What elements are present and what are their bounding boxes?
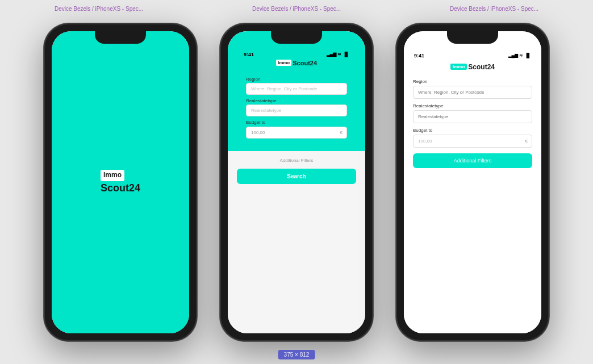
region-input-3[interactable] xyxy=(413,86,532,99)
logo-immo-2: Immo xyxy=(276,60,291,66)
realestate-label-3: Realestatetype xyxy=(413,103,532,108)
logo-scout24-2: Scout24 xyxy=(293,60,317,66)
watermark-right: Device Bezels / iPhoneXS - Spec... xyxy=(450,6,538,12)
realestate-input-2[interactable]: Realestatetype xyxy=(246,104,347,116)
realestate-input-3[interactable] xyxy=(413,110,532,123)
watermarks: Device Bezels / iPhoneXS - Spec... Devic… xyxy=(0,6,593,12)
teal-form-area: Region Where: Region, City or Postcode R… xyxy=(237,72,356,139)
budget-label-3: Budget to xyxy=(413,128,532,133)
budget-wrapper-3: € xyxy=(413,135,532,148)
search-button-2[interactable]: Search xyxy=(237,169,356,184)
region-input-2[interactable]: Where: Region, City or Postcode xyxy=(246,83,347,95)
clean-screen: 9:41 ▂▄▆ ≋ ▐▌ Immo Scout24 Region Reales… xyxy=(404,31,541,333)
phone-3-screen: 9:41 ▂▄▆ ≋ ▐▌ Immo Scout24 Region Reales… xyxy=(404,31,541,333)
euro-sign-2: € xyxy=(340,129,343,135)
teal-header: 9:41 ▂▄▆ ≋ ▐▌ Immo Scout24 Region Where:… xyxy=(228,31,365,151)
additional-filters-button-3[interactable]: Additional Filters xyxy=(413,153,532,168)
size-badge: 375 × 812 xyxy=(278,350,315,359)
budget-input-2[interactable] xyxy=(246,127,347,139)
realestate-label-2: Realestatetype xyxy=(246,98,347,103)
region-label-2: Region xyxy=(246,77,347,82)
budget-wrapper-2: € xyxy=(246,126,347,139)
phone-3-frame: 9:41 ▂▄▆ ≋ ▐▌ Immo Scout24 Region Reales… xyxy=(396,23,549,341)
status-time-2: 9:41 xyxy=(244,52,254,57)
logo-immo-1: Immo xyxy=(101,170,124,181)
logo-scout24-1: Scout24 xyxy=(101,182,140,194)
phone-1-screen: Immo Scout24 xyxy=(52,31,189,333)
additional-filters-2[interactable]: Additional Filters xyxy=(237,154,356,166)
splash-screen: Immo Scout24 xyxy=(52,31,189,333)
jagged-bottom xyxy=(237,142,356,151)
phone-1-frame: Immo Scout24 xyxy=(44,23,197,341)
watermark-center: Device Bezels / iPhoneXS - Spec... xyxy=(252,6,341,12)
notch-3 xyxy=(447,31,498,44)
phone-2-screen: 9:41 ▂▄▆ ≋ ▐▌ Immo Scout24 Region Where:… xyxy=(228,31,365,333)
logo-row-2: Immo Scout24 xyxy=(237,60,356,66)
form-lower: Additional Filters Search xyxy=(228,151,365,333)
euro-sign-3: € xyxy=(525,139,528,144)
logo-scout24-3: Scout24 xyxy=(468,63,495,71)
notch-1 xyxy=(95,31,146,44)
search-screen: 9:41 ▂▄▆ ≋ ▐▌ Immo Scout24 Region Where:… xyxy=(228,31,365,333)
budget-input-3[interactable] xyxy=(413,135,532,148)
splash-logo: Immo Scout24 xyxy=(101,170,140,194)
notch-2 xyxy=(271,31,322,44)
watermark-left: Device Bezels / iPhoneXS - Spec... xyxy=(55,6,143,12)
logo-row-3: Immo Scout24 xyxy=(413,63,532,71)
status-icons-3: ▂▄▆ ≋ ▐▌ xyxy=(508,53,531,58)
status-icons-2: ▂▄▆ ≋ ▐▌ xyxy=(327,52,349,57)
region-label-3: Region xyxy=(413,79,532,84)
logo-immo-3: Immo xyxy=(450,64,467,70)
status-time-3: 9:41 xyxy=(414,53,424,58)
budget-label-2: Budget to xyxy=(246,120,347,125)
phone-2-frame: 9:41 ▂▄▆ ≋ ▐▌ Immo Scout24 Region Where:… xyxy=(220,23,373,341)
